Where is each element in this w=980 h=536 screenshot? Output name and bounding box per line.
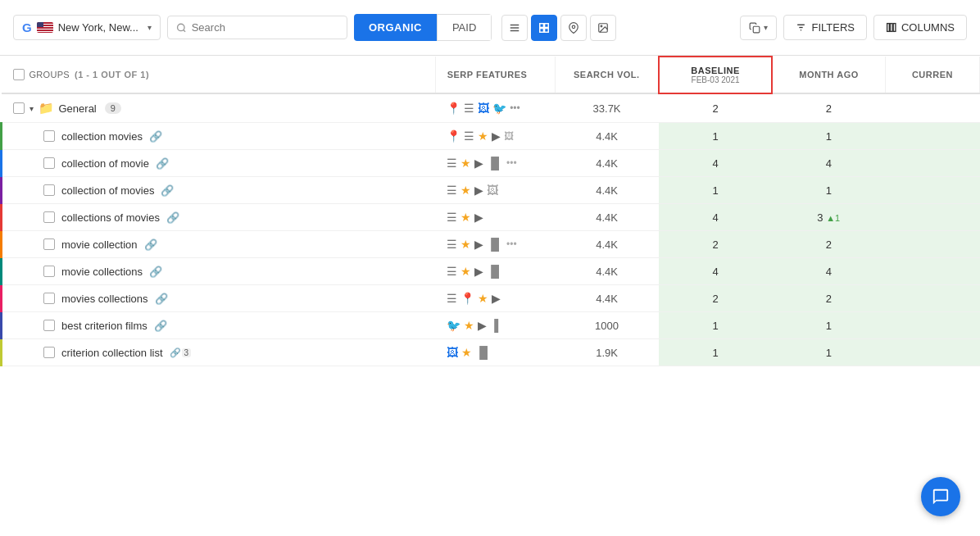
list-view-button[interactable] [501, 15, 528, 41]
link-icon[interactable]: 🔗 [149, 130, 162, 143]
search-vol-column-header: SEARCH VOL. [555, 57, 659, 93]
keyword-name-cell: collection of movies 🔗 [2, 177, 436, 204]
row-checkbox[interactable] [43, 347, 55, 358]
svg-point-0 [178, 24, 184, 30]
row-checkbox[interactable] [43, 293, 55, 304]
svg-line-1 [184, 30, 185, 31]
map-view-button[interactable] [560, 15, 587, 41]
table-container: GROUPS (1 - 1 OUT OF 1) SERP FEATURES SE… [0, 56, 980, 536]
serp-icons-cell: ☰ 📍 ★ ▶ [435, 285, 555, 312]
current-column-header: CURREN [885, 57, 979, 93]
svg-rect-18 [893, 24, 896, 32]
svg-point-11 [601, 25, 602, 27]
grid-view-button[interactable] [531, 15, 557, 41]
row-checkbox[interactable] [43, 320, 55, 331]
flag-us-icon [37, 22, 53, 33]
location-text: New York, New... [58, 21, 143, 34]
location-serp-icon: 📍 [447, 102, 461, 115]
link-badge[interactable]: 🔗 3 [170, 347, 192, 358]
table-row: collection movies 🔗 📍 ☰ ★ ▶ 🖼 4.4K 1 1 [2, 123, 980, 150]
rankings-table: GROUPS (1 - 1 OUT OF 1) SERP FEATURES SE… [0, 56, 980, 366]
group-search-vol: 33.7K [555, 93, 659, 123]
svg-rect-16 [887, 24, 890, 32]
paid-button[interactable]: PAID [437, 14, 492, 41]
keyword-name-cell: criterion collection list 🔗 3 [2, 339, 436, 366]
columns-button[interactable]: COLUMNS [873, 15, 967, 40]
group-current [885, 93, 979, 123]
link-icon[interactable]: 🔗 [161, 184, 174, 197]
google-logo: G [22, 20, 32, 34]
svg-point-9 [573, 25, 576, 28]
table-row: collections of movies 🔗 ☰ ★ ▶ 4.4K 4 3 ▲… [2, 204, 980, 231]
svg-rect-8 [545, 28, 549, 32]
search-box[interactable] [167, 16, 347, 39]
rank-change-up: ▲1 [826, 213, 840, 223]
row-checkbox[interactable] [43, 266, 55, 277]
search-input[interactable] [192, 21, 338, 34]
month-ago-column-header: MONTH AGO [772, 57, 885, 93]
group-month-ago: 2 [772, 93, 885, 123]
view-icons [501, 15, 616, 41]
keyword-name-cell: best criterion films 🔗 [2, 312, 436, 339]
link-icon[interactable]: 🔗 [154, 320, 167, 332]
search-icon [176, 22, 187, 34]
table-header-row: GROUPS (1 - 1 OUT OF 1) SERP FEATURES SE… [2, 57, 980, 93]
group-row-general: ▾ 📁 General 9 📍 ☰ 🖼 🐦 ••• 33.7K [2, 93, 980, 123]
serp-icons-cell: ☰ ★ ▶ ▐▌ ••• [435, 231, 555, 258]
svg-rect-12 [754, 26, 760, 33]
twitter-serp-icon: 🐦 [492, 102, 506, 115]
keyword-name-cell: collections of movies 🔗 [2, 204, 436, 231]
organic-button[interactable]: ORGANIC [354, 14, 437, 41]
toolbar-right: ▾ FILTERS COLUMNS [740, 15, 967, 40]
organic-paid-toggle: ORGANIC PAID [354, 14, 492, 41]
filters-button[interactable]: FILTERS [783, 15, 867, 40]
copy-button[interactable]: ▾ [740, 16, 777, 40]
group-checkbox[interactable] [13, 102, 25, 114]
group-name-cell: ▾ 📁 General 9 [2, 93, 436, 123]
svg-rect-6 [545, 23, 549, 27]
groups-column-header: GROUPS (1 - 1 OUT OF 1) [2, 57, 436, 93]
serp-features-column-header: SERP FEATURES [435, 57, 555, 93]
row-checkbox[interactable] [43, 238, 55, 250]
serp-icons-cell: ☰ ★ ▶ ▐▌ ••• [435, 150, 555, 177]
serp-icons-cell: ☰ ★ ▶ 🖼 [435, 177, 555, 204]
keyword-name-cell: movies collections 🔗 [2, 285, 436, 312]
table-row: criterion collection list 🔗 3 🖼 ★ ▐▌ 1.9 [2, 339, 980, 366]
svg-rect-5 [540, 23, 544, 27]
serp-icons-cell: 🐦 ★ ▶ ▐ [435, 312, 555, 339]
chat-support-button[interactable] [921, 477, 960, 516]
serp-icons-cell: ☰ ★ ▶ [435, 204, 555, 231]
copy-dropdown-arrow: ▾ [764, 23, 768, 32]
link-icon[interactable]: 🔗 [144, 238, 157, 251]
keyword-name-cell: movie collections 🔗 [2, 258, 436, 285]
group-serp-icons: 📍 ☰ 🖼 🐦 ••• [435, 93, 555, 123]
table-row: movies collections 🔗 ☰ 📍 ★ ▶ 4.4K 2 2 [2, 285, 980, 312]
table-row: collection of movies 🔗 ☰ ★ ▶ 🖼 4.4K 1 1 [2, 177, 980, 204]
expand-arrow-icon[interactable]: ▾ [29, 104, 34, 113]
select-all-checkbox[interactable] [13, 69, 25, 80]
image-view-button[interactable] [590, 15, 616, 41]
keyword-name-cell: movie collection 🔗 [2, 231, 436, 258]
row-checkbox[interactable] [43, 211, 55, 223]
folder-icon: 📁 [39, 101, 54, 116]
serp-icons-cell: 🖼 ★ ▐▌ [435, 339, 555, 366]
table-row: movie collections 🔗 ☰ ★ ▶ ▐▌ 4.4K 4 4 [2, 258, 980, 285]
serp-icons-cell: ☰ ★ ▶ ▐▌ [435, 258, 555, 285]
more-serp-icon: ••• [510, 102, 520, 114]
link-icon[interactable]: 🔗 [149, 266, 162, 278]
row-checkbox[interactable] [43, 130, 55, 142]
table-row: best criterion films 🔗 🐦 ★ ▶ ▐ 1000 1 1 [2, 312, 980, 339]
keyword-name-cell: collection of movie 🔗 [2, 150, 436, 177]
serp-icons-cell: 📍 ☰ ★ ▶ 🖼 [435, 123, 555, 150]
row-checkbox[interactable] [43, 157, 55, 169]
link-icon[interactable]: 🔗 [156, 157, 169, 170]
table-row: collection of movie 🔗 ☰ ★ ▶ ▐▌ ••• 4.4K … [2, 150, 980, 177]
baseline-column-header: BASELINE FEB-03 2021 [659, 57, 772, 93]
toolbar: G New York, New... ▾ ORGANIC PAID [0, 0, 980, 56]
row-checkbox[interactable] [43, 184, 55, 196]
image-serp-icon: 🖼 [478, 102, 489, 115]
location-selector[interactable]: G New York, New... ▾ [13, 15, 161, 40]
chevron-down-icon: ▾ [147, 23, 152, 32]
link-icon[interactable]: 🔗 [155, 293, 168, 305]
link-icon[interactable]: 🔗 [166, 211, 179, 224]
